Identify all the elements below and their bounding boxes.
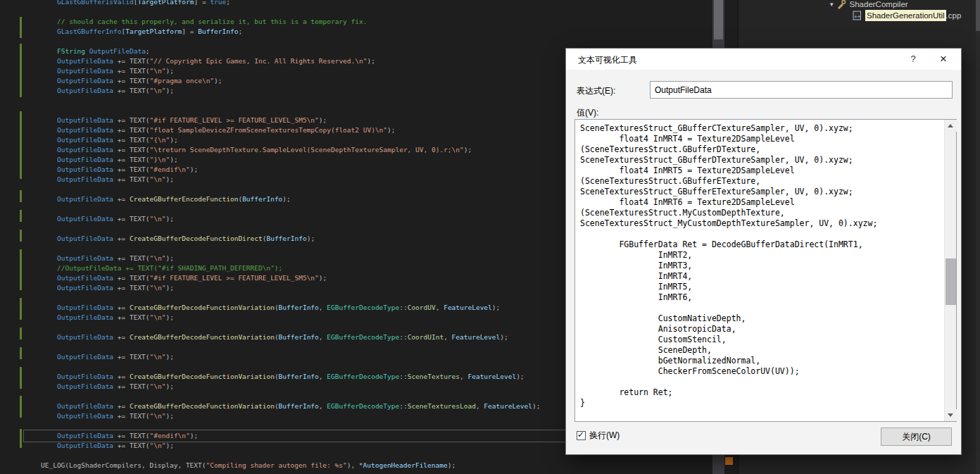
scroll-up-button[interactable]	[945, 120, 957, 132]
vs-window: GLastGBufferIsValid[TargetPlatform] = tr…	[0, 0, 980, 474]
value-line: bGetNormalizedNormal,	[580, 356, 941, 366]
value-line: InMRT3,	[580, 261, 941, 271]
value-line	[580, 303, 941, 313]
value-line: InMRT4,	[580, 271, 941, 282]
value-line	[580, 229, 941, 239]
code-line[interactable]	[0, 37, 712, 46]
value-text[interactable]: SceneTexturesStruct_GBufferCTextureSampl…	[580, 123, 941, 418]
close-icon[interactable]: ×	[931, 50, 955, 68]
code-line[interactable]: // should cache this properly, and seria…	[0, 17, 712, 27]
scroll-down-button[interactable]	[945, 409, 957, 421]
value-line: InMRT5,	[580, 282, 941, 292]
value-textarea[interactable]: SceneTexturesStruct_GBufferCTextureSampl…	[574, 119, 957, 422]
explorer-scrollbar[interactable]	[976, 0, 980, 474]
value-line: (SceneTexturesStruct.GBufferDTexture,	[580, 144, 941, 155]
code-line[interactable]: GLastGBufferIsValid[TargetPlatform] = tr…	[0, 0, 712, 7]
cpp-file-icon: ++	[853, 11, 862, 20]
close-button[interactable]: 关闭(C)	[881, 428, 952, 446]
value-line: float4 InMRT6 = Texture2DSampleLevel	[580, 197, 941, 208]
value-scrollbar[interactable]	[944, 120, 956, 421]
value-line: float4 InMRT5 = Texture2DSampleLevel	[580, 166, 941, 176]
value-line: SceneTexturesStruct_GBufferDTextureSampl…	[580, 155, 941, 166]
checkbox-checked-icon[interactable]: ✓	[577, 431, 586, 440]
code-line[interactable]: GLastGBufferInfo[TargetPlatform] = Buffe…	[0, 27, 712, 37]
scrollbar-thumb[interactable]	[976, 0, 980, 31]
value-line: }	[580, 398, 941, 408]
wrap-checkbox-label[interactable]: 换行(W)	[589, 430, 620, 442]
wrench-icon	[836, 0, 846, 9]
dialog-titlebar[interactable]: 文本可视化工具 ? ×	[566, 49, 961, 70]
svg-text:++: ++	[854, 13, 861, 20]
expression-input[interactable]	[650, 81, 953, 99]
value-line: SceneDepth,	[580, 345, 941, 356]
check-mark-icon: ✓	[577, 430, 584, 439]
tree-item-label: ShaderCompiler	[850, 0, 908, 8]
scrollbar-thumb[interactable]	[714, 0, 723, 39]
value-line: CustomStencil,	[580, 335, 941, 345]
value-line: InMRT2,	[580, 250, 941, 261]
value-line: CheckerFromSceneColorUV(UV));	[580, 366, 941, 377]
expression-label: 表达式(E):	[577, 85, 615, 97]
file-extension: .cpp	[946, 11, 962, 20]
wrap-checkbox[interactable]: ✓ 换行(W)	[577, 430, 620, 442]
text-visualizer-dialog: 文本可视化工具 ? × 表达式(E): 值(V): SceneTexturesS…	[565, 48, 962, 455]
value-line: float4 InMRT4 = Texture2DSampleLevel	[580, 134, 941, 144]
value-line	[580, 377, 941, 387]
value-line: (SceneTexturesStruct.GBufferETexture,	[580, 176, 941, 187]
value-label: 值(V):	[577, 107, 598, 119]
value-line: return Ret;	[580, 387, 941, 398]
tree-item-file[interactable]: ++ ShaderGenerationUtil .cpp	[739, 9, 961, 22]
help-button[interactable]: ?	[903, 51, 924, 67]
file-name-highlight[interactable]: ShaderGenerationUtil	[865, 10, 946, 21]
code-line[interactable]	[0, 7, 712, 17]
dialog-title: 文本可视化工具	[578, 54, 637, 66]
value-line: AnisotropicData,	[580, 324, 941, 335]
value-line: InMRT6,	[580, 292, 941, 303]
value-line: SceneTexturesStruct_GBufferETextureSampl…	[580, 187, 941, 197]
value-line: SceneTexturesStruct_GBufferCTextureSampl…	[580, 123, 941, 134]
chevron-expanded-icon[interactable]: ▾	[830, 1, 834, 8]
scrollbar-annotation-marker	[725, 457, 733, 465]
code-line[interactable]: UE_LOG(LogShaderCompilers, Display, TEXT…	[0, 461, 712, 470]
value-line: CustomNativeDepth,	[580, 313, 941, 324]
value-line: SceneTexturesStruct_MyCustomDepthTexture…	[580, 218, 941, 229]
scrollbar-thumb[interactable]	[946, 258, 956, 305]
value-line: FGBufferData Ret = DecodeGBufferDataDire…	[580, 239, 941, 250]
value-line: (SceneTexturesStruct.MyCustomDepthTextur…	[580, 208, 941, 218]
